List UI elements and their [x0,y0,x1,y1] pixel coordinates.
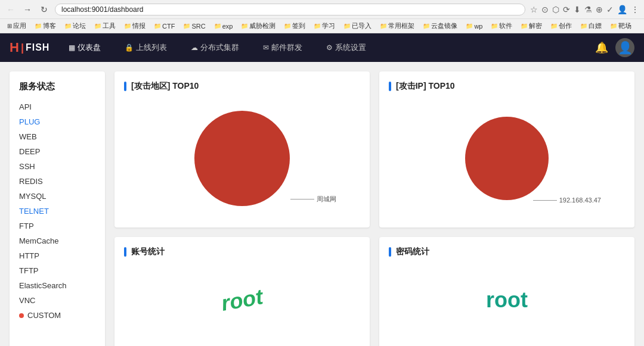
nav-dashboard-label: 仪表盘 [78,42,101,53]
folder-icon: 📁 [94,23,101,29]
gear-icon: ⚙ [326,43,333,52]
sidebar-item-plug[interactable]: PLUG [19,114,95,129]
sidebar-item-ftp[interactable]: FTP [19,219,95,233]
sidebar-item-redis[interactable]: REDIS [19,174,95,189]
bookmark-src[interactable]: 📁 SRC [181,22,208,30]
mail-icon: ✉ [263,43,269,52]
sidebar-item-deep-label: DEEP [19,147,40,156]
nav-dashboard[interactable]: ▦ 仪表盘 [64,40,106,55]
nav-mail-label: 邮件群发 [271,42,302,53]
bookmark-exp[interactable]: 📁 exp [212,22,236,30]
sidebar-item-plug-label: PLUG [19,117,40,126]
folder-icon: 📁 [241,23,248,29]
title-bar-icon [389,247,391,257]
bookmark-threat[interactable]: 📁 威胁检测 [239,21,278,31]
bell-icon[interactable]: 🔔 [595,41,608,54]
bookmark-blog[interactable]: 📁 博客 [32,21,58,31]
bookmark-decrypt[interactable]: 📁 解密 [518,21,544,31]
apps-grid-icon: ⊞ [7,23,12,29]
cloud-icon: ☁ [191,43,198,52]
header-right: 🔔 👤 [595,38,634,57]
update-icon[interactable]: ⟳ [563,5,570,14]
card-password-stats: 密码统计 root [379,237,634,346]
sidebar-item-telnet[interactable]: TELNET [19,204,95,219]
folder-icon: 📁 [343,23,351,29]
sidebar-item-api[interactable]: API [19,99,95,114]
bookmark-wp[interactable]: 📁 wp [463,22,485,30]
bookmark-target-label: 靶场 [618,21,631,30]
sidebar-item-mysql[interactable]: MYSQL [19,189,95,204]
url-bar[interactable]: localhost:9001/dashboard [55,4,525,15]
title-bar-icon [389,82,391,91]
bookmark-target[interactable]: 📁 靶场 [608,21,634,31]
sidebar-item-memcache[interactable]: MemCache [19,233,95,248]
card-attack-ip-title-text: [攻击IP] TOP10 [396,81,455,92]
bookmark-software[interactable]: 📁 软件 [488,21,515,31]
sidebar-item-web[interactable]: WEB [19,129,95,144]
bookmark-create[interactable]: 📁 创作 [548,21,574,31]
main-content: 服务状态 API PLUG WEB DEEP SSH REDIS MYSQL T… [0,62,644,346]
card-account-title-text: 账号统计 [131,247,165,257]
bookmark-cloud[interactable]: 📁 云盘镜像 [420,21,460,31]
bookmark-ctf[interactable]: 📁 CTF [151,22,177,30]
card-account-stats: 账号统计 root [114,237,370,346]
bookmark-imported[interactable]: 📁 已导入 [341,21,374,31]
folder-icon: 📁 [284,23,291,29]
bookmark-tools-label: 工具 [103,21,116,30]
puzzle-icon[interactable]: ⊕ [596,5,603,14]
nav-settings[interactable]: ⚙ 系统设置 [321,40,371,55]
nav-online-list[interactable]: 🔒 上线列表 [120,40,172,55]
bookmark-intel-label: 情报 [132,21,145,30]
sidebar-item-elasticsearch[interactable]: ElasticSearch [19,278,95,293]
bookmark-ctf-label: CTF [162,23,175,30]
avatar[interactable]: 👤 [615,38,634,57]
card-attack-region-title-text: [攻击地区] TOP10 [131,81,199,92]
pie-ip-label-text: 192.168.43.47 [559,197,601,204]
bookmark-learn[interactable]: 📁 学习 [311,21,338,31]
check-icon[interactable]: ✓ [606,5,614,14]
bookmark-checkin[interactable]: 📁 签到 [281,21,308,31]
bookmarks-bar: ⊞ 应用 📁 博客 📁 论坛 📁 工具 📁 情报 📁 CTF 📁 SRC 📁 e… [0,19,644,33]
card-attack-region-title: [攻击地区] TOP10 [124,81,360,92]
download-icon[interactable]: ⬇ [574,5,581,14]
dashboard-icon: ▦ [69,43,75,52]
folder-icon: 📁 [610,23,617,29]
bookmark-exp-label: exp [222,23,233,30]
bookmark-tools[interactable]: 📁 工具 [92,21,118,31]
logo: H | FISH [10,40,49,55]
menu-icon[interactable]: ⋮ [631,5,639,14]
sidebar-item-http[interactable]: HTTP [19,248,95,263]
folder-icon: 📁 [380,23,387,29]
forward-button[interactable]: → [21,4,33,15]
sidebar-item-web-label: WEB [19,132,37,141]
extensions-icon[interactable]: ⬡ [552,5,559,14]
sidebar-item-custom[interactable]: CUSTOM [19,308,95,323]
bookmark-apps[interactable]: ⊞ 应用 [5,21,29,31]
back-button[interactable]: ← [5,4,17,15]
bookmark-forum[interactable]: 📁 论坛 [62,21,88,31]
bookmark-intel[interactable]: 📁 情报 [122,21,148,31]
logo-h: H [10,40,20,55]
reload-button[interactable]: ↻ [38,4,50,15]
sidebar-item-ssh[interactable]: SSH [19,159,95,174]
bookmark-apps-label: 应用 [13,21,26,30]
bookmark-star-icon[interactable]: ☆ [530,5,538,14]
lab-icon[interactable]: ⚗ [584,5,592,14]
dashboard-grid: [攻击地区] TOP10 周城网 [攻击IP] TOP10 192.168. [114,71,634,346]
sidebar-item-telnet-label: TELNET [19,207,49,216]
bookmark-freebie-label: 白嫖 [589,21,602,30]
nav-cluster[interactable]: ☁ 分布式集群 [186,40,244,55]
nav-mail[interactable]: ✉ 邮件群发 [258,40,307,55]
bookmark-blog-label: 博客 [43,21,56,30]
user-icon[interactable]: 👤 [617,5,627,14]
bookmark-cloud-label: 云盘镜像 [431,21,457,30]
profile-icon[interactable]: ⊙ [541,5,549,14]
sidebar-item-memcache-label: MemCache [19,236,58,245]
bookmark-freebie[interactable]: 📁 白嫖 [578,21,604,31]
sidebar-item-deep[interactable]: DEEP [19,144,95,159]
sidebar-item-vnc[interactable]: VNC [19,293,95,308]
bookmark-frameworks[interactable]: 📁 常用框架 [377,21,417,31]
folder-icon: 📁 [491,23,498,29]
password-stat-value: root [486,288,528,313]
sidebar-item-tftp[interactable]: TFTP [19,263,95,278]
